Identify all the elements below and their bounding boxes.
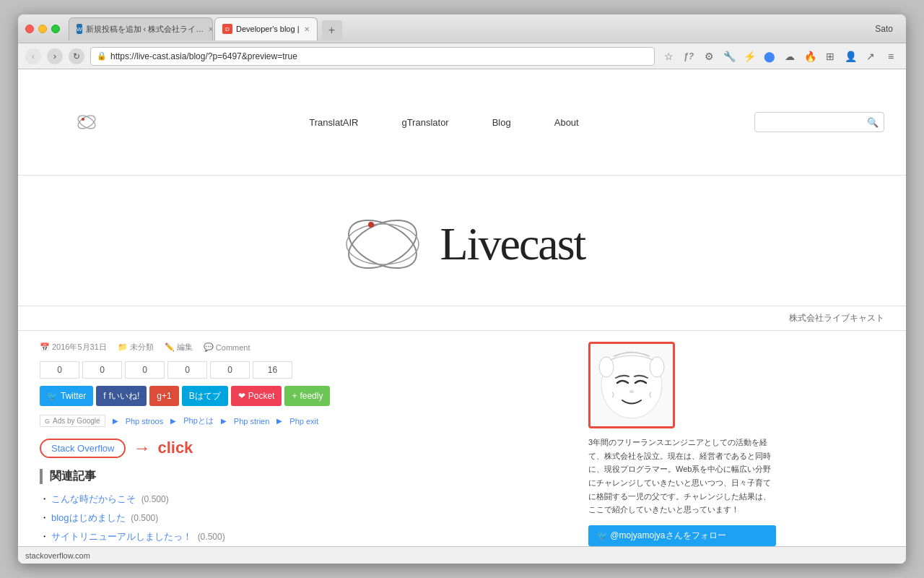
url-text: https://live-cast.asia/blog/?p=6497&prev… — [110, 51, 297, 61]
svg-point-9 — [650, 357, 664, 377]
nav-links: TranslatAIR gTranslator Blog About — [148, 117, 740, 128]
tab-label-wordpress: 新規投稿を追加 ‹ 株式会社ライ… — [86, 24, 204, 35]
user-label: Sato — [869, 24, 899, 34]
calendar-icon: 📅 — [40, 342, 50, 352]
logo-graphic — [339, 197, 433, 291]
facebook-button[interactable]: f fいいね! — [96, 386, 147, 406]
list-item: サイトリニューアルしましたっ！ (0.500) — [40, 530, 559, 543]
tab-wordpress[interactable]: W 新規投稿を追加 ‹ 株式会社ライ… ✕ — [69, 17, 213, 40]
facebook-icon: f — [103, 391, 105, 401]
svg-point-2 — [82, 118, 84, 121]
post-comment[interactable]: 💬 Comment — [204, 342, 250, 352]
divider-section: 株式会社ライブキャスト — [18, 306, 906, 331]
feedly-button[interactable]: + feedly — [284, 386, 330, 406]
nav-link-gtranslator[interactable]: gTranslator — [401, 117, 448, 128]
nav-link-about[interactable]: About — [554, 117, 579, 128]
ads-by-google: G Ads by Google — [40, 415, 105, 427]
svg-point-8 — [599, 357, 614, 377]
related-link-1[interactable]: こんな時だからこそ — [51, 493, 136, 504]
external-icon[interactable]: ↗ — [863, 48, 879, 64]
grid-icon[interactable]: ⊞ — [822, 48, 838, 64]
svg-point-5 — [346, 224, 419, 264]
user-icon[interactable]: 👤 — [842, 48, 858, 64]
status-bar: stackoverflow.com — [18, 546, 906, 564]
new-tab-button[interactable]: + — [322, 20, 342, 40]
cloud-icon[interactable]: ☁ — [782, 48, 798, 64]
settings-icon[interactable]: ⚙ — [701, 48, 717, 64]
svg-point-3 — [341, 210, 423, 277]
follow-button[interactable]: 🐦 @mojyamojyaさんをフォロー — [588, 525, 776, 546]
chrome-icon[interactable]: ⬤ — [762, 48, 777, 64]
menu-icon[interactable]: ≡ — [883, 48, 899, 64]
url-bar[interactable]: 🔒 https://live-cast.asia/blog/?p=6497&pr… — [90, 47, 655, 66]
tab-favicon-blog: D — [222, 24, 232, 34]
traffic-lights — [25, 25, 60, 33]
site-logo-small — [40, 75, 134, 169]
profile-description: 3年間のフリーランスエンジニアとしての活動を経て、株式会社を設立。現在は、経営者… — [588, 436, 776, 517]
ad-link-3[interactable]: Php strien — [234, 417, 270, 426]
star-icon[interactable]: ☆ — [661, 48, 676, 64]
search-wrapper: 🔍 — [754, 112, 884, 132]
extensions-icon[interactable]: 🔧 — [721, 48, 737, 64]
search-input[interactable] — [754, 112, 884, 132]
refresh-button[interactable]: ↻ — [69, 48, 84, 64]
pencil-icon: ✏️ — [165, 342, 175, 352]
search-icon: 🔍 — [867, 117, 879, 128]
fire-icon[interactable]: 🔥 — [802, 48, 818, 64]
related-link-2[interactable]: blogはじめました — [51, 512, 126, 523]
post-edit[interactable]: ✏️ 編集 — [165, 342, 193, 353]
svg-point-10 — [629, 390, 634, 393]
twitter-button[interactable]: 🐦 Twitter — [40, 386, 93, 406]
lock-icon: 🔒 — [97, 51, 107, 61]
comment-icon: 💬 — [204, 342, 214, 352]
plugin-icon[interactable]: ⚡ — [741, 48, 757, 64]
click-label: click — [157, 439, 193, 457]
stackoverflow-link[interactable]: Stack Overflow — [40, 439, 126, 458]
post-meta: 📅 2016年5月31日 📁 未分類 ✏️ 編集 💬 Comment — [40, 342, 559, 353]
ads-area: G Ads by Google ▶ Php stroos ▶ Phpとは ▶ P… — [40, 415, 559, 427]
pocket-button[interactable]: ❤ Pocket — [231, 386, 282, 406]
profile-avatar — [588, 342, 675, 428]
back-button[interactable]: ‹ — [25, 48, 41, 64]
related-articles: 関連記事 こんな時だからこそ (0.500) blogはじめました (0.500… — [40, 469, 559, 546]
tab-blog[interactable]: D Developer's blog | ✕ — [214, 17, 318, 40]
ad-arrow-1: ▶ — [113, 417, 118, 425]
brand-name: Livecast — [440, 217, 585, 271]
fx-icon[interactable]: ƒ? — [681, 48, 697, 64]
browser-window: W 新規投稿を追加 ‹ 株式会社ライ… ✕ D Developer's blog… — [18, 14, 906, 564]
svg-point-4 — [341, 210, 423, 277]
related-link-3[interactable]: サイトリニューアルしましたっ！ — [51, 531, 192, 542]
ad-link-4[interactable]: Php exit — [289, 417, 318, 426]
feedly-icon: + — [292, 391, 297, 401]
score-3: (0.500) — [198, 532, 225, 542]
counter-2: 0 — [125, 361, 165, 379]
ad-link-2[interactable]: Phpとは — [183, 415, 214, 426]
counter-1: 0 — [82, 361, 122, 379]
nav-link-blog[interactable]: Blog — [492, 117, 511, 128]
related-title: 関連記事 — [40, 469, 559, 484]
post-date: 📅 2016年5月31日 — [40, 342, 107, 353]
ad-link-1[interactable]: Php stroos — [126, 417, 164, 426]
google-ads-icon: G — [45, 418, 50, 425]
minimize-button[interactable] — [38, 25, 47, 33]
score-1: (0.500) — [141, 494, 169, 504]
main-layout: 📅 2016年5月31日 📁 未分類 ✏️ 編集 💬 Comment — [18, 331, 906, 546]
svg-point-1 — [76, 113, 97, 131]
gplus-button[interactable]: g+1 — [149, 386, 178, 406]
post-category: 📁 未分類 — [118, 342, 154, 353]
nav-link-translataair[interactable]: TranslatAIR — [309, 117, 358, 128]
list-item: こんな時だからこそ (0.500) — [40, 493, 559, 506]
counter-3: 0 — [167, 361, 207, 379]
forward-button[interactable]: › — [47, 48, 63, 64]
hatena-button[interactable]: Bはてブ — [182, 386, 228, 406]
counter-0: 0 — [40, 361, 79, 379]
status-url: stackoverflow.com — [25, 551, 90, 560]
list-item: blogはじめました (0.500) — [40, 512, 559, 525]
share-counters: 0 0 0 0 0 16 — [40, 361, 559, 379]
maximize-button[interactable] — [51, 25, 60, 33]
tab-close-blog[interactable]: ✕ — [304, 25, 310, 33]
folder-icon: 📁 — [118, 342, 128, 352]
close-button[interactable] — [25, 25, 34, 33]
site-nav: TranslatAIR gTranslator Blog About 🔍 — [18, 69, 906, 176]
tab-close-wordpress[interactable]: ✕ — [208, 25, 213, 33]
